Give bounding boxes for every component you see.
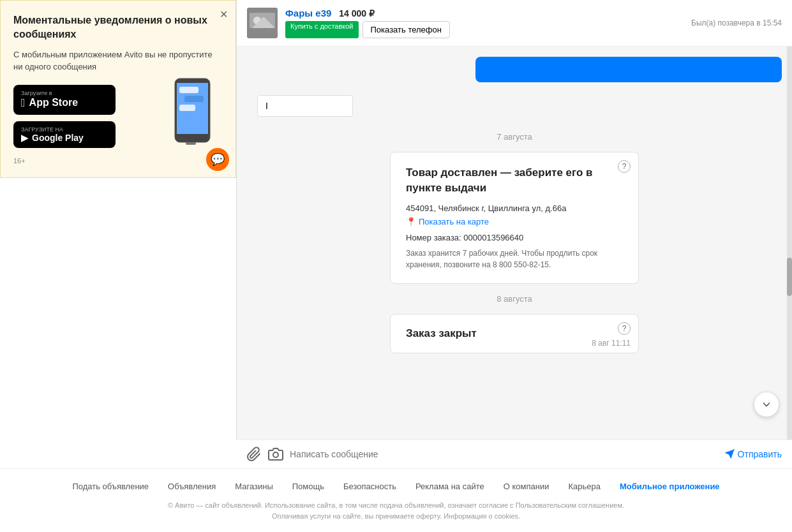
storage-note: Заказ хранится 7 рабочих дней. Чтобы про… <box>406 248 623 270</box>
google-play-button[interactable]: ЗАГРУЗИТЕ НА ▶ Google Play <box>13 121 116 148</box>
footer-nav-shops[interactable]: Магазины <box>235 482 273 491</box>
order-number: Номер заказа: 0000013596640 <box>406 233 623 242</box>
chat-footer: Отправить <box>236 440 792 468</box>
footer-nav-ads-placement[interactable]: Реклама на сайте <box>415 482 484 491</box>
camera-icon[interactable] <box>268 447 283 462</box>
google-play-top-label: ЗАГРУЗИТЕ НА <box>21 126 108 133</box>
chat-area: Фары е39 14 000 ₽ Купить с доставкой Пок… <box>236 0 792 468</box>
footer-nav-about[interactable]: О компании <box>504 482 549 491</box>
avito-chat-icon: 💬 <box>206 148 229 171</box>
scrollbar-thumb[interactable] <box>787 258 792 296</box>
closed-help-icon[interactable]: ? <box>618 322 631 335</box>
footer-nav-career[interactable]: Карьера <box>568 482 601 491</box>
svg-rect-3 <box>179 87 198 93</box>
attachment-icon[interactable] <box>246 447 262 462</box>
svg-rect-2 <box>186 142 196 145</box>
notification-title: Моментальные уведомления о новых сообщен… <box>13 13 223 42</box>
google-play-main-label: ▶ Google Play <box>21 133 108 143</box>
svg-marker-12 <box>724 450 734 459</box>
footer-nav-safety[interactable]: Безопасность <box>343 482 396 491</box>
svg-rect-4 <box>184 96 204 102</box>
app-store-button[interactable]: Загрузите в  App Store <box>13 85 116 115</box>
inline-message-input[interactable] <box>257 95 353 117</box>
product-title[interactable]: Фары е39 <box>285 8 331 18</box>
send-button[interactable]: Отправить <box>724 448 782 460</box>
product-avatar <box>247 8 278 38</box>
footer-nav-mobile-app[interactable]: Мобильное приложение <box>620 482 720 491</box>
closed-order-card: ? Заказ закрыт 8 авг 11:11 <box>390 314 639 353</box>
footer-navigation: Подать объявление Объявления Магазины По… <box>0 469 792 498</box>
inline-input-area <box>247 90 782 122</box>
delivery-tag: Купить с доставкой <box>285 21 359 38</box>
map-pin-icon: 📍 <box>406 217 416 226</box>
message-bubble <box>475 57 782 82</box>
phone-illustration: 💬 <box>172 75 235 177</box>
message-input[interactable] <box>290 449 717 459</box>
delivery-address: 454091, Челябинск г, Цвиллинга ул, д.66а <box>406 203 623 213</box>
user-status: Был(а) позавчера в 15:54 <box>691 18 782 27</box>
footer-nav-help[interactable]: Помощь <box>292 482 324 491</box>
notification-panel: ✕ Моментальные уведомления о новых сообщ… <box>0 0 236 178</box>
footer-nav-ads[interactable]: Объявления <box>168 482 216 491</box>
chat-header-info: Фары е39 14 000 ₽ Купить с доставкой Пок… <box>285 8 691 38</box>
show-phone-button[interactable]: Показать телефон <box>362 21 450 38</box>
messages-container[interactable]: 7 августа ? Товар доставлен — заберите е… <box>237 47 792 468</box>
product-price: 14 000 ₽ <box>339 8 375 18</box>
closed-card-timestamp: 8 авг 11:11 <box>592 339 631 348</box>
apple-icon:  <box>21 96 26 110</box>
date-divider-2: 8 августа <box>247 294 782 304</box>
close-notification-button[interactable]: ✕ <box>220 8 228 20</box>
footer-nav-post[interactable]: Подать объявление <box>72 482 149 491</box>
show-on-map-link[interactable]: 📍 Показать на карте <box>406 217 623 226</box>
delivery-card: ? Товар доставлен — заберите его в пункт… <box>390 152 639 284</box>
delivery-help-icon[interactable]: ? <box>618 160 631 173</box>
google-play-icon: ▶ <box>21 133 28 143</box>
scrollbar-track[interactable] <box>787 47 792 468</box>
site-footer: Подать объявление Объявления Магазины По… <box>0 468 792 532</box>
scroll-down-button[interactable] <box>754 392 779 417</box>
chat-header: Фары е39 14 000 ₽ Купить с доставкой Пок… <box>237 0 792 47</box>
delivery-card-title: Товар доставлен — заберите его в пункте … <box>406 165 623 196</box>
svg-rect-5 <box>179 105 195 111</box>
app-store-top-label: Загрузите в <box>21 90 108 96</box>
app-store-main-label:  App Store <box>21 96 108 110</box>
notification-description: С мобильным приложением Avito вы не проп… <box>13 48 223 73</box>
svg-point-10 <box>273 452 278 457</box>
footer-copyright: © Авито — сайт объявлений. Использование… <box>0 498 792 524</box>
date-divider-1: 7 августа <box>247 132 782 142</box>
closed-card-title: Заказ закрыт <box>406 327 623 340</box>
